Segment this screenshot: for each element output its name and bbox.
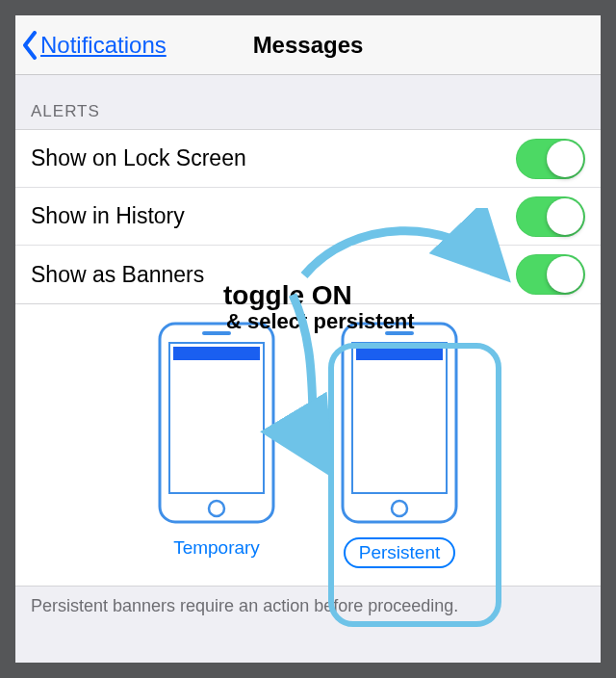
svg-rect-7 xyxy=(356,347,443,360)
toggle-knob xyxy=(547,198,583,235)
row-show-on-lock-screen[interactable]: Show on Lock Screen xyxy=(15,130,601,188)
banner-style-chooser: Temporary Persistent xyxy=(15,304,601,587)
nav-bar: Notifications Messages xyxy=(15,15,601,75)
banner-style-temporary[interactable]: Temporary xyxy=(154,322,279,568)
banner-style-label-selected: Persistent xyxy=(344,537,455,568)
back-label: Notifications xyxy=(40,32,167,59)
phone-outline-icon xyxy=(154,322,279,524)
banner-style-label: Temporary xyxy=(173,537,260,559)
banner-style-persistent[interactable]: Persistent xyxy=(337,322,462,568)
svg-rect-2 xyxy=(173,347,260,360)
chevron-left-icon xyxy=(21,31,38,60)
row-label: Show in History xyxy=(31,203,185,229)
row-show-as-banners[interactable]: Show as Banners xyxy=(15,246,601,303)
row-label: Show on Lock Screen xyxy=(31,145,246,171)
back-button[interactable]: Notifications xyxy=(15,31,167,60)
row-show-in-history[interactable]: Show in History xyxy=(15,188,601,246)
svg-rect-4 xyxy=(202,331,231,335)
toggle-knob xyxy=(547,141,583,177)
toggle-show-on-lock-screen[interactable] xyxy=(516,139,585,179)
alerts-group: Show on Lock Screen Show in History Show… xyxy=(15,129,601,304)
phone-outline-icon xyxy=(337,322,462,524)
svg-rect-1 xyxy=(169,343,264,493)
svg-rect-6 xyxy=(352,343,447,493)
settings-screen: Notifications Messages ALERTS Show on Lo… xyxy=(15,15,601,663)
row-label: Show as Banners xyxy=(31,262,204,288)
toggle-knob xyxy=(547,256,583,293)
toggle-show-as-banners[interactable] xyxy=(516,254,585,295)
svg-rect-9 xyxy=(385,331,414,335)
toggle-show-in-history[interactable] xyxy=(516,196,585,237)
section-footer: Persistent banners require an action bef… xyxy=(15,587,601,616)
section-header-alerts: ALERTS xyxy=(15,75,601,129)
